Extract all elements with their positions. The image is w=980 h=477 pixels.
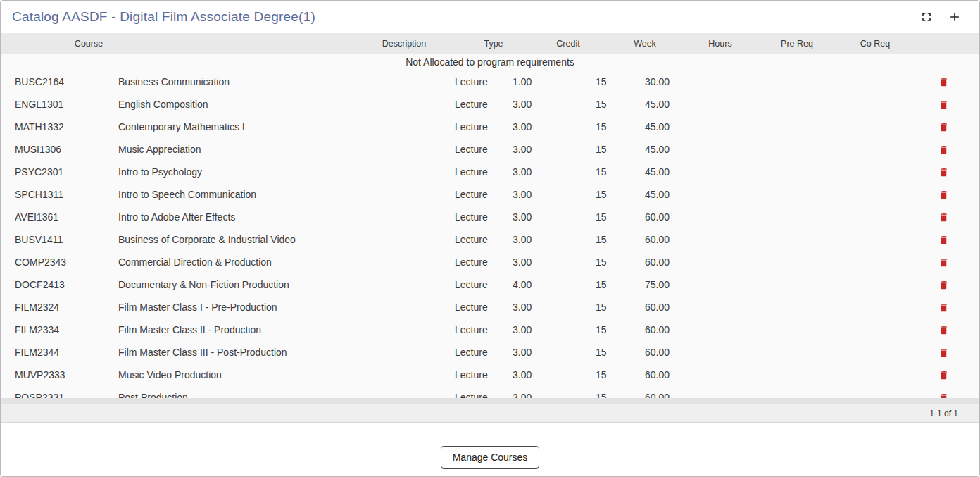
course-week: 15 xyxy=(596,189,607,200)
course-code: FILM2344 xyxy=(15,347,59,358)
course-credit: 3.00 xyxy=(513,302,532,313)
delete-course-button[interactable] xyxy=(936,74,951,89)
course-code: BUSV1411 xyxy=(15,234,63,245)
course-hours: 45.00 xyxy=(645,144,670,155)
course-credit: 3.00 xyxy=(513,144,532,155)
table-row[interactable]: FILM2334 Film Master Class II - Producti… xyxy=(1,318,979,341)
course-description: Documentary & Non-Fiction Production xyxy=(118,279,289,290)
table-body: Not Allocated to program requirements BU… xyxy=(1,54,979,398)
course-hours: 75.00 xyxy=(645,279,670,290)
trash-icon xyxy=(938,256,949,268)
plus-icon xyxy=(948,10,962,24)
course-type: Lecture xyxy=(455,256,488,268)
delete-course-button[interactable] xyxy=(936,232,951,247)
course-hours: 45.00 xyxy=(645,121,670,132)
trash-icon xyxy=(938,99,949,111)
delete-course-button[interactable] xyxy=(936,277,951,292)
course-credit: 3.00 xyxy=(513,166,532,178)
trash-icon xyxy=(938,189,949,201)
column-header-week: Week xyxy=(634,39,656,49)
course-credit: 3.00 xyxy=(513,234,532,245)
delete-course-button[interactable] xyxy=(936,209,951,225)
course-hours: 60.00 xyxy=(645,347,670,358)
trash-icon xyxy=(938,144,949,156)
delete-course-button[interactable] xyxy=(936,390,951,398)
course-description: Business Communication xyxy=(118,76,230,87)
course-week: 15 xyxy=(596,76,607,87)
table-row[interactable]: POSP2331 Post Production Lecture 3.00 15… xyxy=(1,386,979,398)
table-row[interactable]: PSYC2301 Intro to Psychology Lecture 3.0… xyxy=(1,161,979,183)
table-row[interactable]: AVEI1361 Intro to Adobe After Effects Le… xyxy=(1,206,979,228)
course-type: Lecture xyxy=(455,234,488,245)
delete-course-button[interactable] xyxy=(936,164,951,180)
table-column-header: Course Description Type Credit Week Hour… xyxy=(1,33,979,54)
course-week: 15 xyxy=(596,144,607,155)
table-row[interactable]: BUSV1411 Business of Corporate & Industr… xyxy=(1,228,979,251)
column-header-hours: Hours xyxy=(708,39,731,49)
delete-course-button[interactable] xyxy=(936,187,951,202)
course-credit: 3.00 xyxy=(513,369,532,380)
delete-course-button[interactable] xyxy=(936,345,951,360)
table-row[interactable]: MATH1332 Contemporary Mathematics I Lect… xyxy=(1,116,979,138)
delete-course-button[interactable] xyxy=(936,119,951,135)
column-header-course: Course xyxy=(75,39,103,49)
add-course-button[interactable] xyxy=(946,8,964,26)
course-code: MUSI1306 xyxy=(15,144,61,155)
course-credit: 3.00 xyxy=(513,211,532,223)
table-row[interactable]: MUVP2333 Music Video Production Lecture … xyxy=(1,364,979,386)
course-credit: 3.00 xyxy=(513,324,532,335)
delete-course-button[interactable] xyxy=(936,367,951,383)
course-hours: 60.00 xyxy=(645,369,670,380)
manage-courses-button[interactable]: Manage Courses xyxy=(441,446,540,469)
course-code: MATH1332 xyxy=(15,121,64,132)
course-description: English Composition xyxy=(118,99,208,110)
course-description: Film Master Class III - Post-Production xyxy=(118,347,287,358)
delete-course-button[interactable] xyxy=(936,322,951,337)
delete-course-button[interactable] xyxy=(936,299,951,315)
table-row[interactable]: COMP2343 Commercial Direction & Producti… xyxy=(1,251,979,273)
table-row[interactable]: DOCF2413 Documentary & Non-Fiction Produ… xyxy=(1,273,979,296)
table-row[interactable]: FILM2344 Film Master Class III - Post-Pr… xyxy=(1,341,979,364)
course-hours: 60.00 xyxy=(645,324,670,335)
course-code: PSYC2301 xyxy=(15,166,63,178)
course-week: 15 xyxy=(596,256,607,268)
course-code: FILM2324 xyxy=(15,302,59,313)
course-description: Film Master Class I - Pre-Production xyxy=(118,302,277,313)
panel-header-actions xyxy=(917,8,964,26)
horizontal-scrollbar[interactable] xyxy=(1,398,979,404)
course-type: Lecture xyxy=(455,121,488,132)
course-description: Commercial Direction & Production xyxy=(118,256,272,268)
course-hours: 60.00 xyxy=(645,302,670,313)
course-description: Intro to Psychology xyxy=(118,166,202,178)
course-type: Lecture xyxy=(455,76,488,87)
table-row[interactable]: ENGL1301 English Composition Lecture 3.0… xyxy=(1,93,979,116)
course-week: 15 xyxy=(596,369,607,380)
course-type: Lecture xyxy=(455,189,488,200)
course-week: 15 xyxy=(596,234,607,245)
course-type: Lecture xyxy=(455,279,488,290)
delete-course-button[interactable] xyxy=(936,97,951,112)
course-type: Lecture xyxy=(455,99,488,110)
course-week: 15 xyxy=(596,211,607,223)
trash-icon xyxy=(938,302,949,314)
table-row[interactable]: BUSC2164 Business Communication Lecture … xyxy=(1,70,979,93)
course-week: 15 xyxy=(596,279,607,290)
course-code: COMP2343 xyxy=(15,256,66,268)
course-description: Music Appreciation xyxy=(118,144,201,155)
table-row[interactable]: FILM2324 Film Master Class I - Pre-Produ… xyxy=(1,296,979,318)
course-credit: 3.00 xyxy=(513,121,532,132)
course-type: Lecture xyxy=(455,347,488,358)
delete-course-button[interactable] xyxy=(936,254,951,270)
course-type: Lecture xyxy=(455,392,488,398)
trash-icon xyxy=(938,392,949,399)
table-row[interactable]: MUSI1306 Music Appreciation Lecture 3.00… xyxy=(1,138,979,161)
course-description: Film Master Class II - Production xyxy=(118,324,261,335)
fullscreen-button[interactable] xyxy=(917,8,936,26)
course-credit: 3.00 xyxy=(513,347,532,358)
course-hours: 30.00 xyxy=(645,76,670,87)
delete-course-button[interactable] xyxy=(936,142,951,157)
course-type: Lecture xyxy=(455,369,488,380)
table-row[interactable]: SPCH1311 Intro to Speech Communication L… xyxy=(1,183,979,206)
column-header-credit: Credit xyxy=(556,39,579,49)
panel-title: Catalog AASDF - Digital Film Associate D… xyxy=(12,9,315,25)
